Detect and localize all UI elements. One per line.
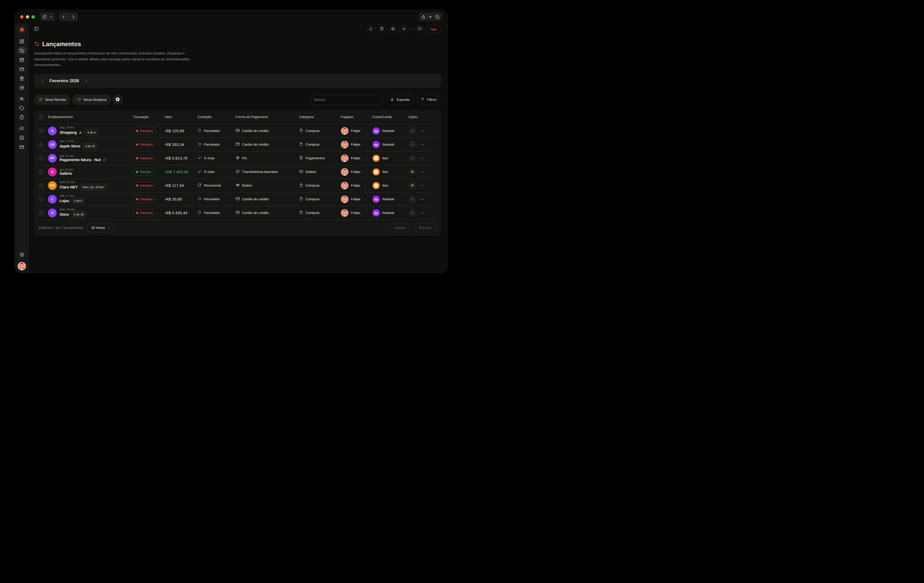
theme-button[interactable]: [399, 25, 408, 34]
like-button[interactable]: [408, 168, 416, 176]
like-button[interactable]: [408, 154, 416, 162]
logout-button[interactable]: Sair: [426, 25, 441, 34]
sidebar-item-tags[interactable]: [17, 104, 26, 112]
share-icon[interactable]: [421, 15, 426, 19]
fullscreen-button[interactable]: [31, 15, 35, 18]
table-row[interactable]: S seg, 16 fev. Shopping 4 de 4 Despesa -…: [39, 124, 436, 138]
row-menu-button[interactable]: [420, 170, 424, 174]
transaction-dot-icon: [136, 157, 138, 159]
forward-icon[interactable]: [71, 15, 76, 19]
svg-text:nu: nu: [375, 198, 378, 201]
like-button[interactable]: [408, 127, 416, 135]
close-button[interactable]: [20, 15, 23, 18]
table-row[interactable]: S qui, 05 fev. Salário Receita +R$ 7.400…: [39, 165, 436, 179]
row-checkbox[interactable]: [39, 197, 44, 202]
table-row[interactable]: AS qua, 11 fev. Apple Store 3 de 12 Desp…: [39, 138, 436, 152]
table-row[interactable]: CN dom, 01 fev. Claro NET Venc. ter, 10 …: [39, 179, 436, 193]
like-button[interactable]: [408, 140, 416, 148]
payer-avatar: [341, 195, 348, 203]
app-logo-asterisk-icon[interactable]: [19, 26, 25, 33]
transaction-label: Despesa: [140, 211, 153, 215]
sidebar-item-dashboard[interactable]: [17, 37, 26, 45]
category-label: Compras: [305, 183, 320, 188]
calculator-icon: [380, 27, 384, 32]
user-avatar[interactable]: [18, 262, 26, 270]
table-row[interactable]: L sáb, 17 jan. Lojas 2 de 5 Despesa -R$ …: [39, 193, 436, 206]
transaction-badge: Despesa: [133, 127, 156, 135]
payment-label: Cartão de crédito: [242, 197, 269, 201]
new-tab-icon[interactable]: [428, 15, 432, 19]
transaction-label: Despesa: [140, 143, 153, 147]
row-checkbox[interactable]: [39, 142, 44, 147]
sidebar-item-reports[interactable]: [17, 134, 26, 142]
category-label: Compras: [305, 143, 320, 147]
feedback-button[interactable]: [415, 25, 424, 34]
previous-month-icon[interactable]: [41, 79, 45, 83]
tab-overview-icon[interactable]: [435, 15, 440, 19]
export-button[interactable]: Exportar: [386, 95, 414, 105]
sidebar-item-users[interactable]: [17, 95, 26, 102]
quick-add-button[interactable]: [113, 95, 123, 105]
minimize-button[interactable]: [26, 15, 29, 18]
like-button[interactable]: [408, 209, 416, 217]
thumbs-up-icon: [411, 128, 414, 133]
merchant-avatar: S: [48, 209, 57, 217]
payer-label: Felipe: [351, 183, 360, 188]
transaction-label: Despesa: [140, 184, 153, 188]
sidebar-item-notes[interactable]: [17, 114, 26, 121]
rows-per-page-select[interactable]: 30 linhas: [87, 223, 115, 232]
new-expense-button[interactable]: Nova Despesa: [73, 95, 111, 105]
account-label: Itaú: [382, 156, 388, 160]
privacy-button[interactable]: [389, 25, 397, 34]
search-input[interactable]: [310, 95, 384, 105]
table-row[interactable]: S dom, 04 jan. Store 2 de 10 Despesa -R$…: [39, 206, 436, 220]
back-icon[interactable]: [61, 15, 66, 19]
sidebar-item-calendar[interactable]: [17, 56, 26, 64]
select-all-checkbox[interactable]: [39, 114, 44, 120]
row-checkbox[interactable]: [39, 156, 44, 161]
account-icon: itaú: [372, 155, 380, 162]
like-button[interactable]: [408, 195, 416, 203]
filters-button[interactable]: Filtros: [416, 95, 441, 105]
notifications-button[interactable]: [366, 25, 375, 34]
row-checkbox[interactable]: [39, 183, 44, 188]
settings-gear-icon[interactable]: [19, 252, 25, 258]
previous-page-button[interactable]: Anterior: [389, 223, 411, 232]
month-label: Fevereiro 2026: [50, 79, 79, 83]
row-menu-button[interactable]: [420, 183, 424, 188]
new-income-button[interactable]: Nova Receita: [34, 95, 70, 105]
payer-label: Felipe: [351, 197, 360, 201]
sidebar-item-cards[interactable]: [17, 65, 26, 73]
calculator-button[interactable]: [378, 25, 386, 34]
row-checkbox[interactable]: [39, 169, 44, 175]
sidebar-item-performance[interactable]: [17, 84, 26, 92]
next-page-button[interactable]: Próximo: [414, 223, 436, 232]
circle-plus-filled-icon: [115, 97, 120, 102]
category-label: Pagamentos: [305, 156, 325, 160]
next-month-icon[interactable]: [84, 79, 88, 83]
payment-icon: [236, 210, 240, 215]
panel-toggle-icon[interactable]: [34, 26, 39, 32]
chevron-down-icon[interactable]: [50, 15, 53, 18]
sidebar-item-bank[interactable]: [17, 74, 26, 82]
row-menu-button[interactable]: [420, 197, 424, 201]
table-row[interactable]: PF sáb, 07 fev. Pagamento fatura - Nuban…: [39, 152, 436, 165]
like-button[interactable]: [408, 181, 416, 189]
payment-label: Cartão de crédito: [242, 143, 269, 147]
row-menu-button[interactable]: [420, 156, 424, 160]
row-checkbox[interactable]: [39, 128, 44, 133]
row-menu-button[interactable]: [420, 143, 424, 147]
payment-label: Cartão de crédito: [242, 129, 269, 133]
row-menu-button[interactable]: [420, 129, 424, 133]
sidebar-item-accounts[interactable]: [17, 143, 26, 151]
sidebar-item-transactions[interactable]: [17, 47, 26, 54]
row-checkbox[interactable]: [39, 210, 44, 216]
row-menu-button[interactable]: [420, 211, 424, 215]
comment-icon[interactable]: [102, 158, 106, 162]
transactions-swap-icon: [34, 41, 40, 48]
sidebar-toggle-icon[interactable]: [43, 15, 47, 19]
payer-avatar: [341, 155, 348, 162]
svg-text:nu: nu: [375, 211, 378, 215]
thumbs-up-icon: [411, 210, 414, 215]
sidebar-item-ai[interactable]: [17, 125, 26, 132]
